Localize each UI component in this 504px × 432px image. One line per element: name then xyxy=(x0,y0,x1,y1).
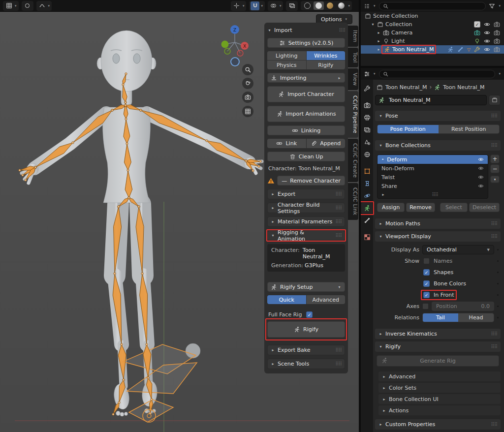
visibility-eye-icon[interactable] xyxy=(484,38,490,44)
mode-dot-button[interactable] xyxy=(23,1,32,10)
animate-dot-icon[interactable] xyxy=(497,283,499,284)
breadcrumb-object-label[interactable]: Toon Neutral_M xyxy=(385,84,427,91)
panel-grip-icon[interactable]: ⠿⠿ xyxy=(491,113,497,119)
visibility-eye-icon[interactable] xyxy=(478,183,484,189)
outliner-row-collection[interactable]: ▾ Collection xyxy=(361,20,504,29)
visibility-eye-icon[interactable] xyxy=(484,46,490,53)
list-resize-grip[interactable]: ⠿⠿ xyxy=(432,192,438,197)
rigify-toggle[interactable]: Rigify xyxy=(307,61,346,69)
advanced-toggle[interactable]: Advanced xyxy=(307,295,346,304)
append-button[interactable]: Append xyxy=(307,139,346,148)
linking-button[interactable]: Linking xyxy=(267,125,345,135)
visibility-eye-icon[interactable] xyxy=(478,174,484,180)
render-camera-icon[interactable] xyxy=(494,21,500,28)
bone-collection-ui-subpanel-header[interactable]: ▸ Bone Collection UI xyxy=(378,394,501,404)
tab-view-layer-properties[interactable] xyxy=(361,124,373,135)
outliner-search[interactable] xyxy=(379,2,486,10)
import-animations-button[interactable]: Import Animations xyxy=(267,106,345,122)
rigify-setup-button[interactable]: Rigify Setup ▾ xyxy=(267,282,345,292)
xray-toggle-button[interactable] xyxy=(287,1,296,10)
animate-dot-icon[interactable] xyxy=(497,294,499,296)
export-bake-panel-header[interactable]: ▸ Export Bake ⠿⠿ xyxy=(267,345,345,355)
disclosure-triangle-icon[interactable]: ▾ xyxy=(371,22,375,27)
physics-toggle[interactable]: Physics xyxy=(267,61,306,69)
wrinkles-toggle[interactable]: Wrinkles xyxy=(307,51,346,60)
outliner-editor-icon[interactable] xyxy=(364,3,370,9)
remove-collection-button[interactable]: − xyxy=(490,164,500,173)
tab-view[interactable]: View xyxy=(348,68,358,90)
import-character-button[interactable]: Import Character xyxy=(267,86,345,102)
navigation-gizmo[interactable]: Z X xyxy=(219,23,250,58)
tab-output-properties[interactable] xyxy=(361,112,373,123)
bone-collections-panel-header[interactable]: ▾ Bone Collections ⠿⠿ xyxy=(375,140,501,151)
deselect-button[interactable]: Deselect xyxy=(469,203,500,212)
gizmos-toggle-button[interactable] xyxy=(232,1,241,10)
panel-grip-icon[interactable]: ⠿⠿ xyxy=(335,361,342,367)
visibility-eye-icon[interactable] xyxy=(478,165,484,171)
animate-dot-icon[interactable] xyxy=(497,249,499,250)
fake-user-toggle[interactable] xyxy=(489,95,501,105)
properties-search-input[interactable] xyxy=(391,70,492,78)
export-panel-header[interactable]: ▸ Export ⠿⠿ xyxy=(267,189,345,199)
pose-position-button[interactable]: Pose Position xyxy=(378,125,439,133)
axis-neg-x-handle[interactable] xyxy=(237,50,243,56)
editor-type-button[interactable] xyxy=(4,1,13,10)
disclosure-triangle-icon[interactable]: ▸ xyxy=(377,31,381,35)
overlays-toggle-button[interactable] xyxy=(269,1,278,10)
names-checkbox[interactable] xyxy=(423,258,430,264)
rigify-panel-header[interactable]: ▾ Rigify ⠿⠿ xyxy=(375,341,501,352)
rigify-button[interactable]: Rigify xyxy=(267,321,345,338)
build-settings-panel-header[interactable]: ▸ Character Build Settings ⠿⠿ xyxy=(267,203,345,213)
clean-up-button[interactable]: Clean Up xyxy=(267,152,345,161)
panel-grip-icon[interactable]: ⠿⠿ xyxy=(335,191,342,197)
panel-grip-icon[interactable]: ⠿⠿ xyxy=(491,234,497,239)
pose-panel-header[interactable]: ▾ Pose ⠿⠿ xyxy=(375,111,501,121)
outliner-search-input[interactable] xyxy=(391,2,482,10)
shapes-checkbox[interactable] xyxy=(423,269,430,276)
settings-button[interactable]: Settings (v2.0.5) xyxy=(267,38,345,48)
quick-toggle[interactable]: Quick xyxy=(267,295,306,304)
inverse-kinematics-panel-header[interactable]: ▸ Inverse Kinematics ⠿⠿ xyxy=(375,329,501,339)
visibility-eye-icon[interactable] xyxy=(484,21,490,28)
outliner-row-armature[interactable]: ▸ Toon Neutral_M ▽ xyxy=(361,45,504,54)
properties-search[interactable] xyxy=(379,70,496,78)
scene-tools-panel-header[interactable]: ▸ Scene Tools ⠿⠿ xyxy=(267,359,345,369)
display-as-dropdown[interactable]: Octahedral ▼ xyxy=(422,245,494,254)
proportional-editing-button[interactable] xyxy=(38,1,47,10)
axis-neg-y-handle[interactable] xyxy=(224,48,230,54)
select-button[interactable]: Select xyxy=(440,203,468,212)
generate-rig-button[interactable]: Generate Rig xyxy=(377,355,499,367)
viewport-zoom-button[interactable] xyxy=(242,64,253,75)
list-item-deform[interactable]: • Deform xyxy=(378,155,488,164)
list-item-non-deform[interactable]: Non-Deform xyxy=(378,164,488,173)
color-sets-subpanel-header[interactable]: ▸ Color Sets xyxy=(378,383,501,393)
rigging-animation-panel-header[interactable]: ▾ Rigging & Animation ⠿⠿ xyxy=(267,230,345,241)
full-face-rig-checkbox[interactable] xyxy=(306,311,313,318)
tab-scene-properties[interactable] xyxy=(361,137,373,148)
shading-rendered-button[interactable] xyxy=(336,1,346,10)
custom-properties-panel-header[interactable]: ▸ Custom Properties ⠿⠿ xyxy=(375,419,501,430)
shading-solid-button[interactable] xyxy=(314,1,324,10)
tab-physics-properties[interactable] xyxy=(361,190,373,201)
add-collection-button[interactable]: + xyxy=(490,154,500,163)
outliner-row-light[interactable]: ▸ Light xyxy=(361,37,504,45)
axes-checkbox[interactable] xyxy=(422,303,429,309)
animate-dot-icon[interactable] xyxy=(497,260,499,262)
panel-grip-icon[interactable]: ⠿⠿ xyxy=(491,221,497,226)
camera-view-indicator[interactable] xyxy=(230,57,240,66)
snap-magnet-toggle[interactable] xyxy=(251,1,259,10)
viewport-camera-button[interactable] xyxy=(242,92,253,103)
animate-dot-icon[interactable] xyxy=(497,317,499,318)
tab-tool-properties[interactable] xyxy=(361,83,373,94)
assign-button[interactable]: Assign xyxy=(377,203,405,212)
import-panel-header[interactable]: ▾ Import ⠿⠿ xyxy=(267,26,345,34)
breadcrumb-data-label[interactable]: Toon Neutral_M xyxy=(443,84,484,91)
disclosure-triangle-icon[interactable]: ▸ xyxy=(377,47,381,52)
panel-grip-icon[interactable]: ⠿⠿ xyxy=(335,233,342,238)
axis-y-handle[interactable] xyxy=(221,41,229,48)
render-camera-icon[interactable] xyxy=(494,46,500,53)
tab-bone-properties[interactable] xyxy=(361,215,373,226)
visibility-eye-icon[interactable] xyxy=(478,156,484,162)
viewport-pan-button[interactable] xyxy=(242,78,253,89)
3d-viewport[interactable]: Options ▾ Z X ▾ Import ⠿⠿ xyxy=(0,12,359,432)
